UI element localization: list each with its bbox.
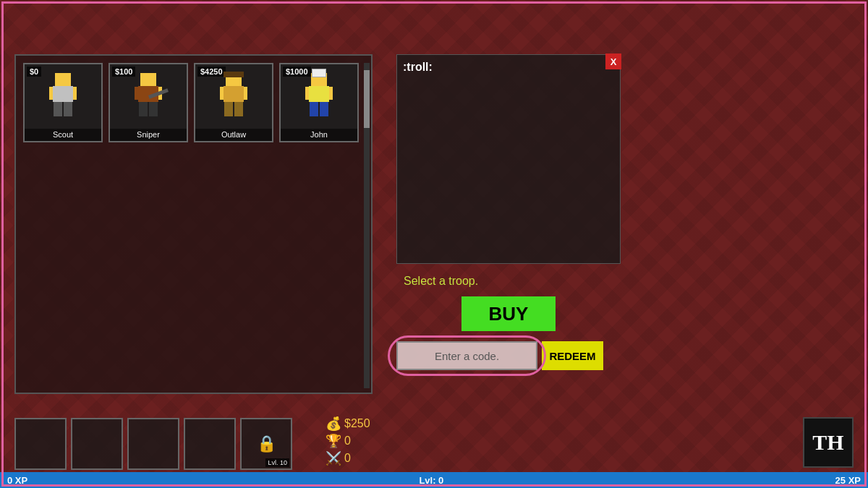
john-hat [312, 69, 326, 77]
troop-card-john[interactable]: $1000 John [279, 63, 359, 142]
inv-slot-1[interactable] [14, 418, 67, 470]
scout-price: $0 [27, 67, 41, 77]
xp-middle: Lvl: 0 [419, 475, 443, 486]
scout-name: Scout [25, 129, 101, 141]
select-troop-label: Select a troop. [396, 275, 621, 288]
outlaw-body [224, 86, 244, 102]
inv-slot-2[interactable] [71, 418, 123, 470]
scroll-thumb[interactable] [364, 70, 370, 128]
trophy-icon: 🏆 [326, 433, 341, 449]
xp-bar: 0 XP Lvl: 0 25 XP [0, 472, 868, 488]
outlaw-legs [224, 102, 243, 116]
sniper-legs [139, 102, 158, 116]
chat-area: X :troll: [396, 54, 621, 264]
scout-body [53, 86, 73, 102]
redeem-button[interactable]: REDEEM [542, 341, 603, 370]
inventory-bar: 🔒 Lvl. 10 [14, 418, 292, 470]
xp-right: 25 XP [835, 475, 861, 486]
troop-card-scout[interactable]: $0 Scout [23, 63, 103, 142]
scout-head [55, 73, 71, 86]
stats-area: 💰 $250 🏆 0 ⚔️ 0 [326, 416, 370, 466]
sniper-head [140, 73, 156, 86]
th-logo: TH [803, 417, 854, 468]
inv-slot-3[interactable] [127, 418, 179, 470]
money-stat: 💰 $250 [326, 416, 370, 432]
chat-text: :troll: [403, 61, 433, 73]
shop-scrollbar[interactable] [364, 63, 370, 388]
lock-icon: 🔒 [257, 435, 276, 453]
xp-left: 0 XP [7, 475, 27, 486]
sniper-name: Sniper [110, 129, 187, 141]
outlaw-name: Outlaw [195, 129, 272, 141]
troop-card-outlaw[interactable]: $4250 Outlaw [194, 63, 273, 142]
troop-info-panel: X :troll: Select a troop. BUY REDEEM [396, 54, 621, 370]
john-legs [310, 102, 328, 116]
code-input-wrapper [396, 341, 537, 370]
money-value: $250 [344, 417, 370, 430]
kills-value: 0 [344, 452, 351, 465]
money-icon: 💰 [326, 416, 341, 432]
buy-button[interactable]: BUY [461, 296, 556, 331]
code-row: REDEEM [396, 341, 621, 370]
kills-icon: ⚔️ [326, 450, 341, 466]
code-input[interactable] [396, 341, 537, 370]
kills-stat: ⚔️ 0 [326, 450, 370, 466]
close-button[interactable]: X [605, 53, 621, 69]
inv-slot-4[interactable] [184, 418, 236, 470]
scout-figure [41, 72, 85, 122]
troops-grid: $0 Scout $100 [16, 56, 371, 150]
john-figure [297, 72, 341, 122]
troop-card-sniper[interactable]: $100 Sniper [109, 63, 188, 142]
outlaw-figure [212, 72, 255, 122]
inv-slot-5-locked[interactable]: 🔒 Lvl. 10 [240, 418, 292, 470]
john-name: John [281, 129, 357, 141]
trophies-value: 0 [344, 435, 351, 448]
troop-shop-panel: $0 Scout $100 [14, 54, 373, 394]
trophies-stat: 🏆 0 [326, 433, 370, 449]
scout-legs [54, 102, 72, 116]
outlaw-hat [224, 72, 244, 77]
sniper-figure [127, 72, 170, 122]
john-body [309, 86, 329, 102]
level-badge: Lvl. 10 [265, 458, 289, 467]
